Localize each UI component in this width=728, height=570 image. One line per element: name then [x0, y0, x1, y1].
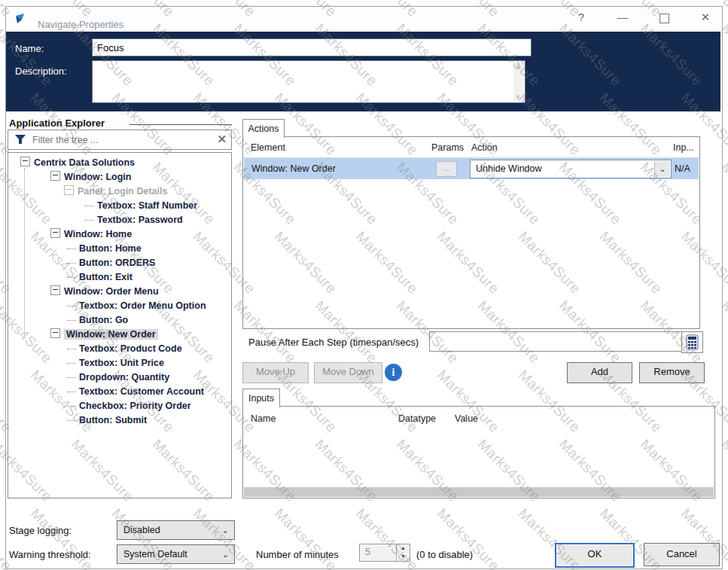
tree-branch-line: [67, 306, 76, 306]
scroll-down-icon[interactable]: ∨: [516, 93, 520, 100]
description-label: Description:: [15, 66, 67, 77]
ok-button[interactable]: OK: [555, 543, 635, 568]
filter-input[interactable]: [31, 132, 215, 148]
col-value: Value: [455, 413, 478, 424]
chevron-down-icon: ⌄: [222, 545, 229, 563]
tree-item[interactable]: Textbox: Customer Account: [67, 385, 204, 399]
move-down-button[interactable]: Move Down: [314, 362, 382, 383]
minutes-stepper[interactable]: 5 ▲ ▼: [359, 544, 410, 562]
action-dropdown-value: Unhide Window: [471, 163, 542, 174]
maximize-button[interactable]: [659, 14, 669, 23]
params-button[interactable]: ...: [436, 161, 457, 177]
tree-item[interactable]: Textbox: Unit Price: [67, 356, 164, 370]
tree-item[interactable]: Textbox: Order Menu Option: [67, 299, 206, 313]
col-params: Params: [431, 142, 464, 153]
tab-inputs[interactable]: Inputs: [242, 389, 280, 407]
collapse-icon[interactable]: [50, 171, 60, 181]
tree-branch-line: [67, 406, 76, 407]
tree-branch-line: [67, 392, 76, 392]
tree-item[interactable]: Window: New Order: [50, 328, 158, 342]
tree-filter[interactable]: ✕: [8, 130, 232, 150]
tree-branch-line: [67, 420, 76, 421]
tree-branch-line: [67, 277, 76, 278]
tree-branch-line: [67, 263, 76, 264]
cancel-button[interactable]: Cancel: [644, 543, 720, 566]
tree-branch-line: [67, 363, 76, 364]
col-element: Element: [251, 142, 285, 153]
action-dropdown[interactable]: Unhide Window ⌄: [470, 160, 672, 178]
actions-table[interactable]: Element Params Action Inp... Window: New…: [242, 136, 700, 329]
tree-item-label: Textbox: Password: [97, 215, 183, 225]
calculator-button[interactable]: [681, 331, 703, 353]
inputs-horizontal-scrollbar[interactable]: [244, 487, 714, 497]
tree-item-label: Centrix Data Solutions: [34, 157, 135, 168]
action-row-selected[interactable]: Window: New Order ... Unhide Window ⌄ N/…: [244, 158, 699, 179]
name-field[interactable]: [92, 38, 532, 56]
tree-item[interactable]: Checkbox: Priority Order: [67, 399, 191, 413]
tree-item-label: Textbox: Unit Price: [79, 358, 164, 368]
tree-branch-line: [85, 206, 94, 206]
pause-input[interactable]: [429, 331, 684, 352]
chevron-down-icon: ⌄: [222, 521, 229, 539]
application-tree[interactable]: Centrix Data SolutionsWindow: LoginPanel…: [8, 152, 232, 498]
tree-item[interactable]: Textbox: Staff Number: [85, 199, 197, 213]
minimize-button[interactable]: —: [611, 9, 634, 26]
collapse-icon[interactable]: [50, 285, 60, 295]
description-field[interactable]: ∧ ∨: [92, 60, 525, 103]
collapse-icon[interactable]: [50, 228, 60, 238]
description-scrollbar[interactable]: ∧ ∨: [513, 62, 524, 102]
tree-item-label: Textbox: Order Menu Option: [79, 300, 206, 311]
warning-threshold-dropdown[interactable]: System Default ⌄: [117, 544, 235, 564]
chevron-down-icon[interactable]: ⌄: [654, 161, 670, 177]
action-row-inputs-value: N/A: [675, 163, 690, 174]
remove-button[interactable]: Remove: [639, 362, 705, 383]
tree-item[interactable]: Button: Home: [67, 242, 142, 256]
tree-item-label: Window: New Order: [64, 329, 158, 340]
collapse-icon[interactable]: [20, 157, 30, 166]
close-button[interactable]: ✕: [694, 9, 717, 26]
tree-guide: [24, 168, 25, 335]
tree-item[interactable]: Textbox: Product Code: [67, 342, 182, 356]
tree-item[interactable]: Button: ORDERS: [67, 256, 155, 270]
navigate-properties-dialog: Navigate Properties ? — ✕ Name: Descript…: [0, 0, 728, 570]
stepper-up-icon[interactable]: ▲: [397, 544, 410, 553]
tab-actions[interactable]: Actions: [242, 119, 285, 138]
window-title: Navigate Properties: [38, 19, 123, 30]
stepper-down-icon[interactable]: ▼: [397, 553, 410, 561]
help-button[interactable]: ?: [570, 9, 592, 26]
tree-branch-line: [67, 377, 76, 378]
tree-branch-line: [67, 320, 76, 321]
scroll-up-icon[interactable]: ∧: [516, 63, 520, 70]
add-button[interactable]: Add: [567, 362, 632, 383]
col-inputs: Inp...: [673, 142, 694, 153]
actions-header-row: Element Params Action Inp...: [243, 137, 699, 158]
filter-clear-icon[interactable]: ✕: [217, 133, 227, 146]
collapse-icon[interactable]: [64, 185, 74, 195]
filter-funnel-icon: [14, 134, 26, 145]
tree-item[interactable]: Dropdown: Quantity: [67, 370, 169, 385]
pause-label: Pause After Each Step (timespan/secs): [248, 337, 419, 348]
collapse-icon[interactable]: [50, 328, 60, 338]
move-up-button[interactable]: Move Up: [242, 362, 309, 383]
tree-item[interactable]: Window: Home: [50, 227, 132, 242]
tree-item[interactable]: Button: Go: [67, 313, 128, 328]
tree-item-label: Window: Home: [64, 229, 132, 239]
tree-item-label: Button: Exit: [79, 272, 133, 282]
tree-item[interactable]: Panel: Login Details: [64, 184, 167, 199]
tree-item-label: Button: ORDERS: [79, 258, 155, 268]
warning-threshold-label: Warning threshold:: [9, 549, 91, 560]
inputs-table[interactable]: Name Datatype Value: [242, 406, 715, 498]
tree-item[interactable]: Window: Order Menu: [50, 285, 159, 299]
tree-item[interactable]: Centrix Data Solutions: [20, 156, 135, 170]
application-explorer-title: Application Explorer: [9, 117, 105, 129]
col-datatype: Datatype: [398, 413, 436, 424]
tree-branch-line: [85, 220, 94, 221]
tree-item[interactable]: Button: Submit: [67, 413, 147, 428]
app-icon: [14, 11, 30, 28]
tree-item[interactable]: Button: Exit: [67, 270, 133, 285]
warning-threshold-value: System Default: [117, 549, 187, 559]
tree-item[interactable]: Textbox: Password: [85, 213, 183, 227]
stage-logging-dropdown[interactable]: Disabled ⌄: [117, 520, 235, 540]
tree-item[interactable]: Window: Login: [50, 170, 131, 184]
tree-branch-line: [67, 248, 76, 249]
